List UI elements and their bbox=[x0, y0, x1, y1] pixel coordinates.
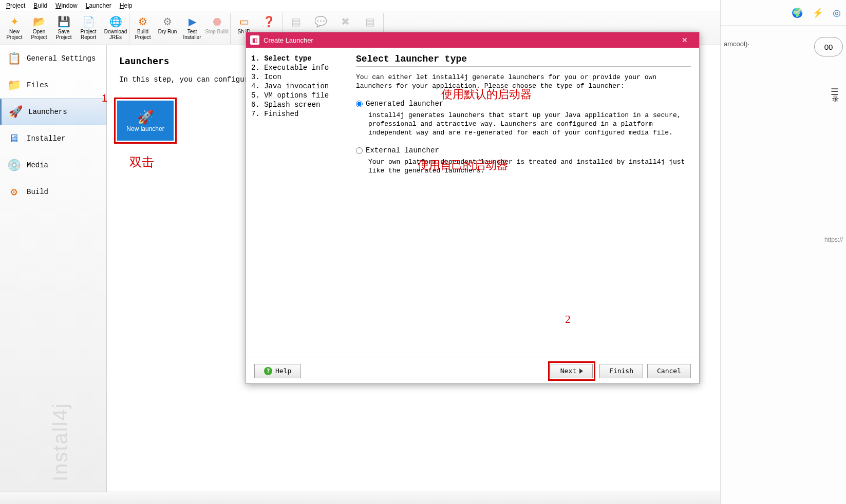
globe-icon[interactable]: 🌍 bbox=[792, 7, 803, 18]
dialog-title-text: Create Launcher bbox=[264, 36, 313, 44]
menu-launcher[interactable]: Launcher bbox=[82, 1, 116, 10]
option-generated-label: Generated launcher bbox=[366, 100, 443, 108]
square-icon[interactable]: ◎ bbox=[833, 7, 841, 18]
installer-icon: 🖥 bbox=[6, 131, 22, 146]
option-generated-desc: install4j generates launchers that start… bbox=[368, 111, 691, 137]
annotation-2: 2 bbox=[565, 313, 571, 326]
bubble-icon: 💬 bbox=[313, 14, 328, 29]
gear-icon: ⚙ bbox=[136, 14, 150, 29]
new-project-icon: ✦ bbox=[7, 14, 22, 29]
tb-stop-build: ⬣Stop Build bbox=[204, 13, 229, 44]
help-button[interactable]: ?Help bbox=[254, 364, 301, 378]
tb-download-jres[interactable]: 🌐Download JREs bbox=[103, 13, 128, 44]
menu-project[interactable]: PProjectroject bbox=[2, 1, 29, 10]
browser-strip: 🌍 ⚡ ◎ amcool)· 00 ☰ 录 https:// bbox=[720, 0, 846, 504]
dialog-footer: ?Help Next Finish Cancel bbox=[246, 358, 699, 383]
dialog-titlebar[interactable]: ◧ Create Launcher ✕ bbox=[246, 32, 699, 48]
rocket-icon: 🚀 bbox=[8, 104, 23, 120]
option-external-label: External launcher bbox=[366, 146, 439, 154]
wizard-steps: 1. Select type 2. Executable info 3. Ico… bbox=[246, 48, 354, 358]
menu-help[interactable]: Help bbox=[116, 1, 137, 10]
launcher-tile-label: New launcher bbox=[126, 125, 164, 132]
folder-icon: 📁 bbox=[6, 77, 22, 93]
watermark-text: Install4j bbox=[49, 402, 72, 481]
step-3: 3. Icon bbox=[251, 72, 349, 82]
annotation-doubleclick: 双击 bbox=[129, 154, 154, 170]
bolt-icon[interactable]: ⚡ bbox=[812, 7, 823, 18]
annotation-default-launcher: 使用默认的启动器 bbox=[441, 87, 532, 102]
tb-test-installer[interactable]: ▶Test Installer bbox=[180, 13, 204, 44]
doc-icon: ▤ bbox=[363, 14, 377, 29]
menu-bar: PProjectroject Build Window Launcher Hel… bbox=[0, 0, 846, 11]
next-button[interactable]: Next bbox=[551, 364, 593, 378]
create-launcher-dialog: ◧ Create Launcher ✕ 1. Select type 2. Ex… bbox=[246, 32, 700, 384]
open-folder-icon: 📂 bbox=[32, 14, 46, 29]
wizard-heading: Select launcher type bbox=[356, 54, 691, 64]
annotation-1: 1 bbox=[102, 92, 107, 104]
step-4: 4. Java invocation bbox=[251, 82, 349, 91]
help-icon: ? bbox=[264, 367, 272, 375]
play-icon: ▶ bbox=[185, 14, 199, 29]
sidebar-item-installer[interactable]: 🖥Installer bbox=[0, 125, 106, 152]
help-round-icon: ❓ bbox=[261, 14, 276, 29]
sidebar-item-build[interactable]: ⚙Build bbox=[0, 179, 106, 205]
pill-counter[interactable]: 00 bbox=[814, 37, 843, 56]
next-button-highlight: Next bbox=[548, 361, 595, 381]
tb-open-project[interactable]: 📂Open Project bbox=[27, 13, 51, 44]
report-icon: 📄 bbox=[81, 14, 96, 29]
launcher-tile-highlight: 🚀 New launcher bbox=[114, 98, 177, 144]
clipboard-icon: 📋 bbox=[6, 51, 22, 66]
sidebar-item-media[interactable]: 💿Media bbox=[0, 152, 106, 179]
dialog-app-icon: ◧ bbox=[250, 35, 259, 45]
step-1: 1. Select type bbox=[251, 54, 349, 63]
tb-dry-run[interactable]: ⚙Dry Run bbox=[155, 13, 180, 44]
annotation-own-launcher: 使用自己的启动器 bbox=[418, 158, 508, 173]
stop-icon: ⬣ bbox=[210, 14, 224, 29]
download-icon: 🌐 bbox=[108, 14, 123, 29]
amcool-text: amcool)· bbox=[724, 40, 749, 48]
step-2: 2. Executable info bbox=[251, 63, 349, 72]
option-external-desc: Your own platform-dependent launcher is … bbox=[368, 158, 691, 175]
x-icon: ✖ bbox=[338, 14, 352, 29]
gears-icon: ⚙ bbox=[6, 184, 22, 200]
chevron-right-icon bbox=[579, 369, 583, 374]
status-bar: ❄ Idle bbox=[0, 492, 846, 504]
launcher-tile[interactable]: 🚀 New launcher bbox=[117, 101, 174, 141]
gear-dry-icon: ⚙ bbox=[160, 14, 175, 29]
tb-save-project[interactable]: 💾Save Project bbox=[51, 13, 76, 44]
https-text: https:// bbox=[824, 236, 843, 243]
dialog-close-button[interactable]: ✕ bbox=[674, 36, 695, 44]
tb-project-report[interactable]: 📄Project Report bbox=[76, 13, 101, 44]
sidebar: 📋General Settings 📁Files 🚀Launchers 🖥Ins… bbox=[0, 45, 107, 492]
radio-generated[interactable] bbox=[356, 101, 363, 107]
lu-text: 录 bbox=[832, 94, 839, 104]
menu-window[interactable]: Window bbox=[51, 1, 82, 10]
cancel-button[interactable]: Cancel bbox=[647, 364, 691, 378]
finish-button[interactable]: Finish bbox=[599, 364, 643, 378]
id-icon: ▭ bbox=[237, 14, 251, 29]
menu-build[interactable]: Build bbox=[29, 1, 51, 10]
step-6: 6. Splash screen bbox=[251, 100, 349, 109]
sidebar-item-launchers[interactable]: 🚀Launchers bbox=[0, 99, 106, 125]
option-external[interactable]: External launcher bbox=[356, 146, 691, 154]
rocket-tile-icon: 🚀 bbox=[137, 109, 154, 125]
step-5: 5. VM options file bbox=[251, 91, 349, 100]
tb-build-project[interactable]: ⚙Build Project bbox=[130, 13, 155, 44]
disc-icon: 💿 bbox=[6, 158, 22, 173]
save-icon: 💾 bbox=[57, 14, 71, 29]
radio-external[interactable] bbox=[356, 147, 363, 154]
sidebar-item-general[interactable]: 📋General Settings bbox=[0, 45, 106, 72]
sidebar-item-files[interactable]: 📁Files bbox=[0, 72, 106, 99]
step-7: 7. Finished bbox=[251, 109, 349, 119]
note-icon: ▤ bbox=[289, 14, 303, 29]
tb-new-project[interactable]: ✦New Project bbox=[2, 13, 27, 44]
